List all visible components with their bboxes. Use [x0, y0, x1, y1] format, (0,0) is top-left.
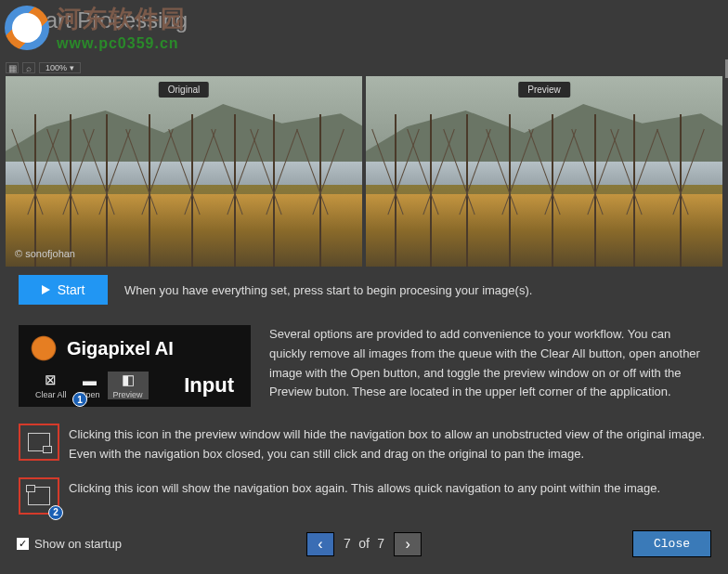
watermark-url: www.pc0359.cn — [57, 35, 187, 52]
next-page-button[interactable]: › — [394, 532, 422, 556]
preview-button[interactable]: ◧ Preview — [108, 372, 149, 399]
show-nav-icon[interactable] — [28, 487, 50, 505]
show-nav-icon-box: 2 — [19, 477, 59, 515]
callout-1: 1 — [72, 392, 87, 407]
clear-all-button[interactable]: ⊠ Clear All — [30, 372, 72, 399]
prev-page-button[interactable]: ‹ — [306, 532, 334, 556]
grid-icon[interactable]: ▦ — [6, 62, 19, 73]
callout-2: 2 — [48, 505, 63, 520]
checkbox-icon: ✓ — [17, 538, 29, 550]
start-button[interactable]: Start — [19, 275, 108, 305]
startup-label: Show on startup — [34, 537, 122, 551]
page-indicator: 7 of 7 — [344, 536, 384, 552]
play-icon — [42, 285, 50, 294]
preview-pane[interactable]: Preview — [366, 76, 722, 267]
hide-nav-icon[interactable] — [28, 433, 50, 451]
preview-area: Original © sonofjohan Preview — [6, 76, 722, 267]
show-nav-description: Clicking this icon will show the navigat… — [69, 477, 709, 499]
hide-nav-description: Clicking this icon in the preview window… — [69, 424, 709, 464]
preview-label: Preview — [518, 82, 570, 98]
original-label: Original — [159, 82, 209, 98]
folder-icon: ▬ — [80, 372, 100, 388]
preview-icon: ◧ — [118, 372, 138, 388]
toolbar: ▦ ⌕ 100%▾ — [6, 61, 81, 74]
original-pane[interactable]: Original © sonofjohan — [6, 76, 362, 267]
watermark-cn: 河东软件园 — [57, 3, 187, 35]
image-credit: © sonofjohan — [15, 248, 75, 259]
brand-logo-icon — [30, 334, 58, 362]
hide-nav-icon-box — [19, 424, 59, 461]
input-title: Input — [184, 373, 240, 398]
input-description: Several options are provided to add conv… — [269, 325, 709, 407]
close-button[interactable]: Close — [632, 530, 711, 557]
brand-name: Gigapixel AI — [67, 338, 174, 359]
start-label: Start — [58, 282, 85, 297]
zoom-dropdown[interactable]: 100%▾ — [39, 62, 81, 73]
show-on-startup-checkbox[interactable]: ✓ Show on startup — [17, 537, 122, 551]
pager: ‹ 7 of 7 › — [306, 532, 422, 556]
clear-icon: ⊠ — [41, 372, 61, 388]
input-panel: Gigapixel AI ⊠ Clear All ▬ Open ◧ Previe… — [19, 325, 251, 407]
start-description: When you have everything set, press star… — [124, 283, 532, 297]
watermark-logo — [5, 6, 49, 50]
search-icon[interactable]: ⌕ — [22, 62, 35, 73]
watermark-overlay: 河东软件园 www.pc0359.cn — [5, 3, 187, 52]
